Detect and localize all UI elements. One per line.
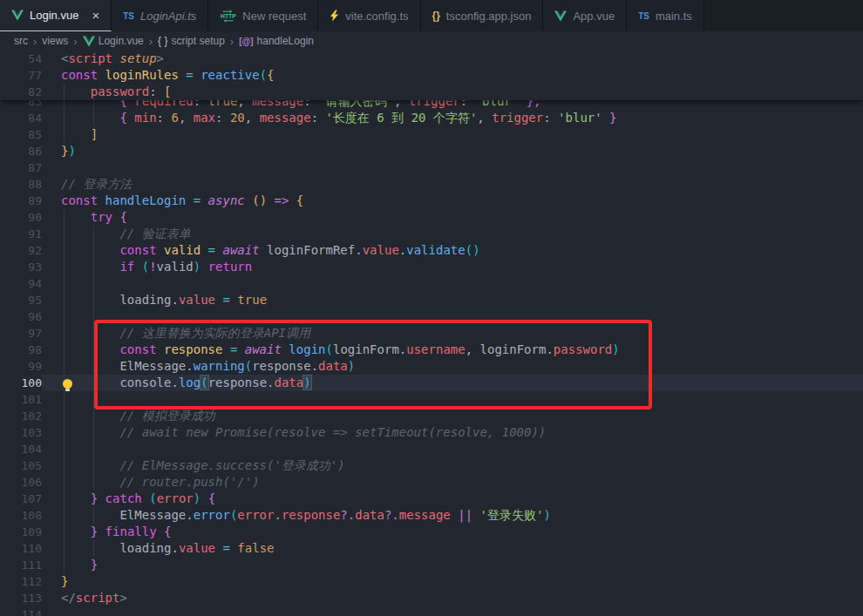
indent-guide xyxy=(64,557,65,573)
line-number[interactable]: 98 xyxy=(0,342,42,358)
line-number[interactable]: 109 xyxy=(0,524,42,540)
line-number[interactable]: 102 xyxy=(0,408,42,424)
line-number[interactable]: 113 xyxy=(0,590,42,606)
indent-guide xyxy=(64,540,65,557)
code-text[interactable]: const loginRules = reactive({ xyxy=(61,67,863,84)
line-number[interactable]: 97 xyxy=(0,325,42,342)
code-text[interactable] xyxy=(61,159,863,176)
indent-guide xyxy=(64,358,65,375)
close-icon[interactable]: × xyxy=(92,9,99,22)
indent-guide xyxy=(64,126,65,143)
line-number[interactable]: 99 xyxy=(0,358,42,375)
line-number[interactable]: 112 xyxy=(0,573,42,590)
line-number[interactable]: 105 xyxy=(0,457,42,474)
code-text[interactable]: const handleLogin = async () => { xyxy=(61,193,863,209)
line-number[interactable]: 86 xyxy=(0,143,42,159)
indent-guide xyxy=(64,209,65,226)
code-text[interactable] xyxy=(61,391,863,408)
line-number[interactable]: 114 xyxy=(0,606,42,616)
line-number[interactable]: 92 xyxy=(0,242,42,259)
line-number[interactable]: 104 xyxy=(0,441,42,457)
line-number[interactable]: 84 xyxy=(0,110,42,126)
breadcrumb-item[interactable]: { }script setup xyxy=(158,35,225,47)
code-text[interactable] xyxy=(61,606,863,616)
code-text[interactable]: loading.value = true xyxy=(61,292,863,308)
code-editor[interactable]: 54<script setup>77const loginRules = rea… xyxy=(0,51,863,616)
indent-guide xyxy=(93,275,94,292)
code-text[interactable]: { min: 6, max: 20, message: '长度在 6 到 20 … xyxy=(61,110,863,126)
indent-guide xyxy=(64,507,65,524)
code-text[interactable]: const valid = await loginFormRef.value.v… xyxy=(61,242,863,259)
glyph-margin xyxy=(42,143,61,159)
line-number[interactable]: 103 xyxy=(0,424,42,441)
code-text[interactable] xyxy=(61,275,863,292)
code-text[interactable]: console.log(response.data) xyxy=(61,375,863,391)
tab-tsconfig-app-json[interactable]: {}tsconfig.app.json xyxy=(421,0,544,31)
code-text[interactable]: { required: true, message: '请输入密码', trig… xyxy=(61,100,863,110)
line-number[interactable]: 100 xyxy=(0,375,42,391)
line-number[interactable]: 95 xyxy=(0,292,42,308)
tab-login-vue[interactable]: Login.vue× xyxy=(0,0,112,31)
code-text[interactable]: </script> xyxy=(61,590,863,606)
breadcrumb-item[interactable]: Login.vue xyxy=(83,35,144,47)
code-text[interactable]: // 模拟登录成功 xyxy=(61,408,863,424)
line-number[interactable]: 83 xyxy=(0,100,42,110)
code-text[interactable]: } xyxy=(61,557,863,573)
code-text[interactable]: const response = await login(loginForm.u… xyxy=(61,342,863,358)
line-number[interactable]: 90 xyxy=(0,209,42,226)
glyph-margin xyxy=(42,540,61,557)
code-text[interactable]: ElMessage.warning(response.data) xyxy=(61,358,863,375)
glyph-margin xyxy=(42,491,61,507)
lightbulb-icon[interactable] xyxy=(63,376,72,393)
breadcrumb-item[interactable]: views xyxy=(42,35,68,47)
code-text[interactable] xyxy=(61,441,863,457)
indent-guide xyxy=(93,325,94,342)
code-text[interactable]: } finally { xyxy=(61,524,863,540)
line-number[interactable]: 106 xyxy=(0,474,42,491)
line-number[interactable]: 93 xyxy=(0,259,42,275)
code-line: 92 const valid = await loginFormRef.valu… xyxy=(0,242,863,259)
glyph-margin xyxy=(42,193,61,209)
code-text[interactable]: ] xyxy=(61,126,863,143)
line-number[interactable]: 54 xyxy=(0,51,42,67)
code-text[interactable]: ElMessage.error(error.response?.data?.me… xyxy=(61,507,863,524)
code-line: 110 loading.value = false xyxy=(0,540,863,557)
breadcrumb-item[interactable]: [@]handleLogin xyxy=(239,35,314,47)
code-text[interactable]: password: [ xyxy=(61,84,863,100)
code-text[interactable]: // await new Promise(resolve => setTimeo… xyxy=(61,424,863,441)
line-number[interactable]: 94 xyxy=(0,275,42,292)
line-number[interactable]: 77 xyxy=(0,67,42,84)
line-number[interactable]: 85 xyxy=(0,126,42,143)
breadcrumb-item[interactable]: src xyxy=(14,35,28,47)
tab-new-request[interactable]: HTTPNew request xyxy=(208,0,318,31)
line-number[interactable]: 96 xyxy=(0,308,42,325)
line-number[interactable]: 110 xyxy=(0,540,42,557)
code-text[interactable]: try { xyxy=(61,209,863,226)
tab-loginapi-ts[interactable]: TSLoginApi.ts xyxy=(112,0,208,31)
code-text[interactable]: <script setup> xyxy=(61,51,863,67)
code-text[interactable]: // 这里替换为实际的登录API调用 xyxy=(61,325,863,342)
line-number[interactable]: 87 xyxy=(0,159,42,176)
code-text[interactable]: // 验证表单 xyxy=(61,226,863,242)
code-text[interactable]: // 登录方法 xyxy=(61,176,863,193)
line-number[interactable]: 88 xyxy=(0,176,42,193)
tab-vite-config-ts[interactable]: vite.config.ts xyxy=(318,0,420,31)
line-number[interactable]: 101 xyxy=(0,391,42,408)
code-text[interactable]: loading.value = false xyxy=(61,540,863,557)
line-number[interactable]: 91 xyxy=(0,226,42,242)
code-text[interactable]: // router.push('/') xyxy=(61,474,863,491)
indent-guide xyxy=(64,457,65,474)
code-text[interactable]: // ElMessage.success('登录成功') xyxy=(61,457,863,474)
code-text[interactable]: if (!valid) return xyxy=(61,259,863,275)
tab-main-ts[interactable]: TSmain.ts xyxy=(627,0,704,31)
line-number[interactable]: 82 xyxy=(0,84,42,100)
line-number[interactable]: 89 xyxy=(0,193,42,209)
line-number[interactable]: 108 xyxy=(0,507,42,524)
line-number[interactable]: 107 xyxy=(0,491,42,507)
code-text[interactable] xyxy=(61,308,863,325)
code-text[interactable]: } xyxy=(61,573,863,590)
code-text[interactable]: } catch (error) { xyxy=(61,491,863,507)
line-number[interactable]: 111 xyxy=(0,557,42,573)
tab-app-vue[interactable]: App.vue xyxy=(543,0,627,31)
code-text[interactable]: }) xyxy=(61,143,863,159)
